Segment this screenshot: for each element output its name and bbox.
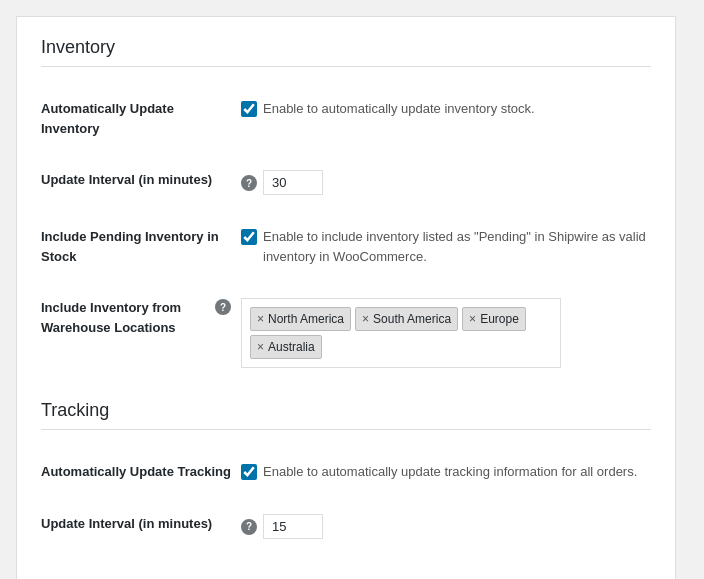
tracking-interval-input-container: ?	[241, 514, 651, 539]
auto-update-inventory-field: Enable to automatically update inventory…	[241, 83, 651, 154]
auto-update-inventory-label: Automatically Update Inventory	[41, 83, 241, 154]
warehouse-tags-container[interactable]: × North America × South America × Europe…	[241, 298, 561, 368]
tracking-interval-help-icon[interactable]: ?	[241, 519, 257, 535]
tracking-update-interval-row: Update Interval (in minutes) ?	[41, 498, 651, 555]
tag-south-america-remove[interactable]: ×	[362, 313, 369, 325]
tag-europe-remove[interactable]: ×	[469, 313, 476, 325]
tracking-interval-input[interactable]	[263, 514, 323, 539]
auto-update-tracking-checkbox[interactable]	[241, 464, 257, 480]
inventory-update-interval-label: Update Interval (in minutes)	[41, 154, 241, 211]
auto-update-inventory-description: Enable to automatically update inventory…	[263, 99, 535, 119]
include-pending-checkbox-row: Enable to include inventory listed as "P…	[241, 227, 651, 266]
include-pending-row: Include Pending Inventory in Stock Enabl…	[41, 211, 651, 282]
tag-australia-remove[interactable]: ×	[257, 341, 264, 353]
auto-update-tracking-checkbox-row: Enable to automatically update tracking …	[241, 462, 651, 482]
auto-update-inventory-checkbox[interactable]	[241, 101, 257, 117]
inventory-form-table: Automatically Update Inventory Enable to…	[41, 83, 651, 384]
include-pending-field: Enable to include inventory listed as "P…	[241, 211, 651, 282]
tag-north-america-remove[interactable]: ×	[257, 313, 264, 325]
auto-update-tracking-row: Automatically Update Tracking Enable to …	[41, 446, 651, 498]
warehouse-locations-row: Include Inventory from Warehouse Locatio…	[41, 282, 651, 384]
warehouse-locations-label: Include Inventory from Warehouse Locatio…	[41, 282, 241, 384]
tag-europe: × Europe	[462, 307, 526, 331]
settings-container: Inventory Automatically Update Inventory…	[16, 16, 676, 579]
tracking-form-table: Automatically Update Tracking Enable to …	[41, 446, 651, 555]
auto-update-inventory-checkbox-row: Enable to automatically update inventory…	[241, 99, 651, 119]
include-pending-description: Enable to include inventory listed as "P…	[263, 227, 651, 266]
auto-update-tracking-description: Enable to automatically update tracking …	[263, 462, 637, 482]
tag-south-america: × South America	[355, 307, 458, 331]
auto-update-tracking-field: Enable to automatically update tracking …	[241, 446, 651, 498]
warehouse-locations-field: × North America × South America × Europe…	[241, 282, 651, 384]
warehouse-label-container: Include Inventory from Warehouse Locatio…	[41, 298, 231, 337]
inventory-interval-help-icon[interactable]: ?	[241, 175, 257, 191]
inventory-update-interval-field: ?	[241, 154, 651, 211]
tracking-update-interval-field: ?	[241, 498, 651, 555]
inventory-interval-input[interactable]	[263, 170, 323, 195]
include-pending-checkbox[interactable]	[241, 229, 257, 245]
tag-north-america: × North America	[250, 307, 351, 331]
inventory-section-title: Inventory	[41, 37, 651, 67]
warehouse-help-icon[interactable]: ?	[215, 299, 231, 315]
tracking-update-interval-label: Update Interval (in minutes)	[41, 498, 241, 555]
inventory-interval-input-container: ?	[241, 170, 651, 195]
include-pending-label: Include Pending Inventory in Stock	[41, 211, 241, 282]
tag-australia: × Australia	[250, 335, 322, 359]
inventory-update-interval-row: Update Interval (in minutes) ?	[41, 154, 651, 211]
tracking-section-title: Tracking	[41, 400, 651, 430]
inventory-interval-label-container: Update Interval (in minutes)	[41, 170, 231, 190]
auto-update-inventory-row: Automatically Update Inventory Enable to…	[41, 83, 651, 154]
auto-update-tracking-label: Automatically Update Tracking	[41, 446, 241, 498]
